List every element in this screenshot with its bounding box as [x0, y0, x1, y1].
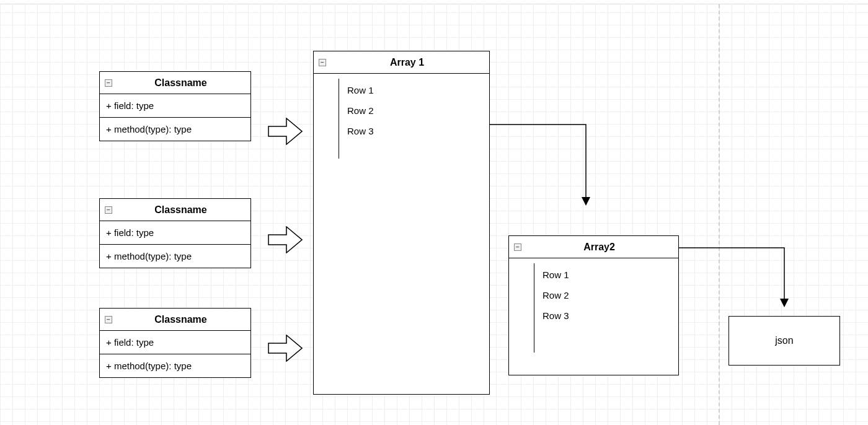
array-header[interactable]: − Array 1: [314, 51, 489, 74]
array-row[interactable]: Row 1: [542, 265, 678, 285]
uml-method[interactable]: + method(type): type: [100, 118, 250, 141]
uml-class-title: Classname: [116, 77, 246, 89]
json-label: json: [775, 335, 793, 346]
uml-class-2[interactable]: − Classname + field: type + method(type)…: [99, 198, 251, 268]
array-row[interactable]: Row 3: [542, 305, 678, 326]
array-row[interactable]: Row 1: [347, 80, 489, 100]
page-break-guide: [719, 4, 720, 425]
collapse-icon[interactable]: −: [319, 59, 326, 66]
uml-field[interactable]: + field: type: [100, 94, 250, 118]
array-header[interactable]: − Array2: [509, 236, 678, 258]
connector-array2-to-json[interactable]: [679, 245, 794, 313]
array-row[interactable]: Row 3: [347, 121, 489, 141]
uml-class-title: Classname: [116, 204, 246, 216]
array-body[interactable]: Row 1 Row 2 Row 3: [509, 258, 678, 357]
array-row[interactable]: Row 2: [347, 100, 489, 121]
uml-class-header[interactable]: − Classname: [100, 199, 250, 221]
json-box[interactable]: json: [728, 316, 840, 366]
uml-class-title: Classname: [116, 314, 246, 325]
uml-method[interactable]: + method(type): type: [100, 354, 250, 377]
collapse-icon[interactable]: −: [105, 316, 112, 323]
collapse-icon[interactable]: −: [105, 206, 112, 214]
uml-field[interactable]: + field: type: [100, 331, 250, 354]
block-arrow-3[interactable]: [268, 335, 303, 362]
uml-class-1[interactable]: − Classname + field: type + method(type)…: [99, 71, 251, 141]
array-1[interactable]: − Array 1 Row 1 Row 2 Row 3: [313, 51, 490, 395]
uml-class-header[interactable]: − Classname: [100, 72, 250, 94]
uml-class-3[interactable]: − Classname + field: type + method(type)…: [99, 308, 251, 378]
uml-class-header[interactable]: − Classname: [100, 309, 250, 331]
array-row[interactable]: Row 2: [542, 285, 678, 305]
connector-array1-to-array2[interactable]: [490, 121, 595, 211]
array-2[interactable]: − Array2 Row 1 Row 2 Row 3: [508, 235, 679, 375]
collapse-icon[interactable]: −: [105, 79, 112, 87]
block-arrow-2[interactable]: [268, 226, 303, 253]
canvas-top-bar: [0, 0, 868, 4]
array-title: Array 1: [330, 57, 484, 68]
collapse-icon[interactable]: −: [514, 243, 521, 251]
uml-method[interactable]: + method(type): type: [100, 245, 250, 268]
uml-field[interactable]: + field: type: [100, 221, 250, 245]
array-title: Array2: [525, 242, 673, 253]
block-arrow-1[interactable]: [268, 118, 303, 145]
array-body[interactable]: Row 1 Row 2 Row 3: [314, 74, 489, 164]
